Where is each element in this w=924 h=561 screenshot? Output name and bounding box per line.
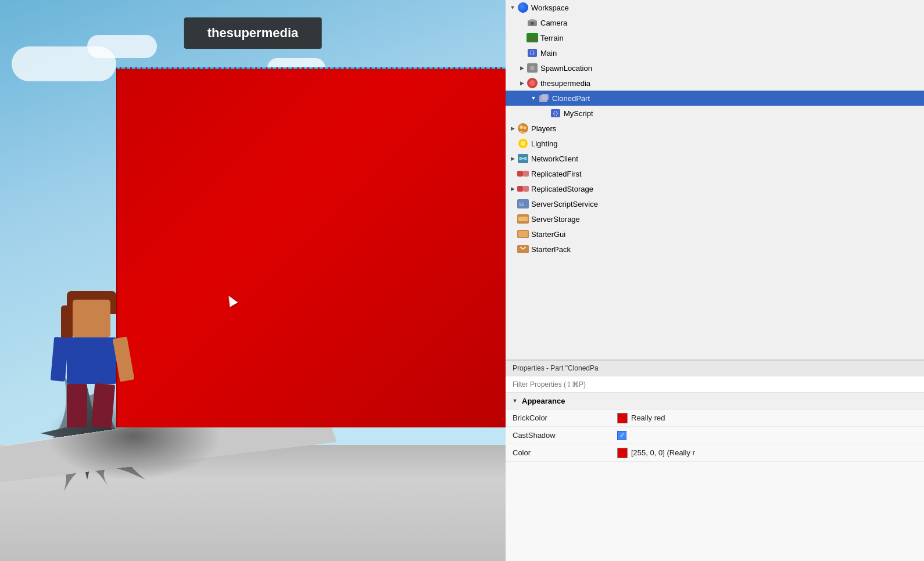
appearance-label: Appearance	[522, 397, 565, 405]
label-myscript: MyScript	[564, 109, 593, 118]
label-replicatedfirst: ReplicatedFirst	[531, 170, 582, 178]
label-replicatedstorage: ReplicatedStorage	[531, 185, 593, 193]
tree-item-myscript[interactable]: {} MyScript	[506, 106, 924, 121]
brickcolor-text: Really red	[631, 413, 665, 422]
tree-item-replicatedfirst[interactable]: ReplicatedFirst	[506, 166, 924, 181]
icon-replicatedfirst	[517, 168, 529, 179]
label-spawnlocation: SpawnLocation	[540, 64, 592, 73]
filter-properties-input[interactable]	[513, 380, 917, 389]
tree-item-workspace[interactable]: Workspace	[506, 0, 924, 15]
svg-rect-12	[542, 94, 549, 100]
label-clonedpart: ClonedPart	[552, 94, 590, 103]
svg-point-17	[524, 127, 527, 130]
icon-thesupermedia	[527, 77, 538, 89]
property-color: Color [255, 0, 0] (Really r	[506, 444, 924, 462]
tree-item-networkclient[interactable]: NetworkClient	[506, 151, 924, 166]
arrow-replicatedstorage	[508, 184, 517, 193]
label-players: Players	[531, 124, 556, 133]
svg-rect-33	[518, 231, 528, 237]
color-label: Color	[513, 448, 617, 457]
castshadow-label: CastShadow	[513, 431, 617, 440]
svg-point-21	[519, 157, 522, 160]
properties-title-text: Properties - Part "ClonedPa	[513, 364, 599, 372]
arrow-clonedpart	[529, 94, 538, 103]
svg-point-22	[524, 157, 527, 160]
property-castshadow: CastShadow ✓	[506, 427, 924, 444]
player-character	[58, 300, 128, 427]
icon-starterpack	[517, 243, 529, 255]
icon-workspace	[517, 2, 529, 13]
svg-rect-1	[530, 19, 535, 21]
label-startergui: StarterGui	[531, 230, 565, 239]
svg-point-8	[530, 66, 535, 70]
icon-myscript: {}	[550, 107, 561, 119]
character-right-leg	[91, 383, 115, 429]
arrow-spawnlocation	[517, 63, 527, 73]
svg-point-2	[531, 21, 534, 25]
tree-item-starterpack[interactable]: StarterPack	[506, 242, 924, 257]
icon-clonedpart	[538, 92, 550, 104]
label-workspace: Workspace	[531, 3, 569, 12]
svg-point-16	[520, 125, 523, 129]
castshadow-checkbox[interactable]: ✓	[617, 431, 626, 440]
tree-item-players[interactable]: Players	[506, 121, 924, 136]
tree-item-camera[interactable]: Camera	[506, 15, 924, 30]
svg-rect-26	[517, 186, 523, 192]
tree-item-serverstorage[interactable]: ServerStorage	[506, 211, 924, 226]
svg-text:{}: {}	[553, 111, 558, 116]
color-swatch	[617, 448, 628, 458]
tree-item-lighting[interactable]: Lighting	[506, 136, 924, 151]
brickcolor-swatch	[617, 413, 628, 423]
icon-main: {}	[527, 47, 538, 59]
svg-rect-27	[523, 186, 529, 192]
svg-text:SS: SS	[519, 202, 524, 207]
properties-panel: Properties - Part "ClonedPa Appearance B…	[506, 360, 924, 561]
svg-rect-24	[517, 171, 523, 177]
svg-point-10	[529, 80, 535, 86]
character-left-leg	[67, 384, 87, 427]
appearance-section: Appearance BrickColor Really red CastSha…	[506, 393, 924, 462]
icon-networkclient	[517, 153, 529, 164]
viewport: thesupermedia	[0, 0, 506, 561]
filter-properties-bar[interactable]	[506, 376, 924, 393]
castshadow-value[interactable]: ✓	[617, 431, 917, 440]
brickcolor-label: BrickColor	[513, 413, 617, 422]
icon-serverscriptservice: SS	[517, 198, 529, 210]
tree-item-main[interactable]: {} Main	[506, 45, 924, 60]
label-networkclient: NetworkClient	[531, 154, 578, 163]
svg-rect-25	[523, 171, 529, 177]
icon-players	[517, 123, 529, 134]
property-brickcolor: BrickColor Really red	[506, 409, 924, 427]
character-left-arm	[51, 337, 69, 382]
color-text: [255, 0, 0] (Really r	[631, 448, 695, 457]
explorer-panel[interactable]: Workspace Camera Terrain {} Main	[506, 0, 924, 360]
icon-terrain	[527, 32, 538, 44]
cloud	[87, 35, 157, 58]
tree-item-thesupermedia[interactable]: thesupermedia	[506, 75, 924, 91]
tree-item-clonedpart[interactable]: ClonedPart	[506, 91, 924, 106]
red-block	[116, 67, 506, 427]
label-serverstorage: ServerStorage	[531, 215, 580, 224]
right-panel: Workspace Camera Terrain {} Main	[506, 0, 924, 561]
arrow-workspace	[508, 3, 517, 12]
character-head	[73, 300, 110, 337]
color-value: [255, 0, 0] (Really r	[617, 448, 917, 458]
svg-rect-31	[518, 217, 528, 221]
label-starterpack: StarterPack	[531, 245, 571, 254]
label-thesupermedia: thesupermedia	[540, 79, 590, 88]
tree-item-spawnlocation[interactable]: SpawnLocation	[506, 60, 924, 75]
tree-item-replicatedstorage[interactable]: ReplicatedStorage	[506, 181, 924, 196]
appearance-arrow	[510, 396, 520, 405]
icon-replicatedstorage	[517, 183, 529, 195]
tree-item-terrain[interactable]: Terrain	[506, 30, 924, 45]
character-torso	[67, 337, 116, 384]
icon-lighting	[517, 138, 529, 149]
properties-title: Properties - Part "ClonedPa	[506, 361, 924, 376]
arrow-players	[508, 124, 517, 133]
tree-item-serverscriptservice[interactable]: SS ServerScriptService	[506, 196, 924, 211]
tree-item-startergui[interactable]: StarterGui	[506, 226, 924, 242]
icon-camera	[527, 17, 538, 28]
svg-text:{}: {}	[529, 51, 535, 56]
label-main: Main	[540, 49, 557, 57]
appearance-section-header[interactable]: Appearance	[506, 393, 924, 409]
